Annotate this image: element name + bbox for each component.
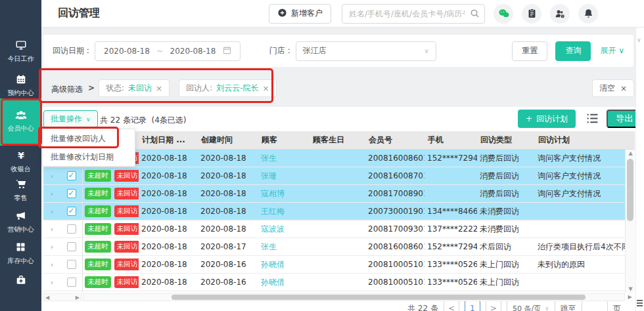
- clear-filters-button[interactable]: 清空 ×: [592, 79, 634, 97]
- sidebar-item-member-center[interactable]: 会员中心: [0, 98, 41, 146]
- phone-cell: 134****8466: [425, 207, 477, 216]
- reset-button[interactable]: 重置: [512, 41, 547, 61]
- expand-row-icon[interactable]: ›: [43, 225, 60, 234]
- filter-card: 回访日期 : 2020-08-18 ~ 2020-08-18 门店 : 张江店 …: [43, 35, 633, 67]
- sidebar-item-today-work[interactable]: 今日工作: [0, 39, 41, 64]
- status-badge-ok: 未超时: [85, 276, 111, 288]
- expand-row-icon[interactable]: ›: [43, 260, 60, 269]
- sidebar-item-clinic[interactable]: [0, 274, 41, 287]
- store-select[interactable]: 张江店 ∨: [296, 41, 436, 61]
- date-range-input[interactable]: 2020-08-18 ~ 2020-08-18: [95, 41, 241, 61]
- yen-icon: ¥: [0, 150, 41, 163]
- close-icon: ×: [620, 84, 627, 93]
- svg-text:¥: ¥: [17, 150, 24, 161]
- customer-name-link[interactable]: 孙晓倩: [258, 277, 310, 288]
- customer-name-link[interactable]: 孙晓倩: [258, 259, 310, 270]
- expand-row-icon[interactable]: ›: [43, 207, 60, 216]
- row-checkbox[interactable]: [67, 189, 76, 198]
- search-input[interactable]: [342, 4, 485, 24]
- monitor-icon: [0, 39, 41, 52]
- column-header[interactable]: 会员号: [365, 135, 425, 146]
- wechat-icon[interactable]: [494, 4, 513, 24]
- vertical-scroll-thumb[interactable]: [627, 159, 633, 221]
- jump-page-input[interactable]: [582, 301, 608, 311]
- search-icon[interactable]: [470, 9, 480, 20]
- fixed-columns-scrollbar[interactable]: ◀▶: [43, 293, 81, 301]
- right-collapse-strip[interactable]: ∨: [635, 28, 644, 311]
- expand-row-icon[interactable]: ›: [43, 243, 60, 251]
- current-page-button[interactable]: 1: [465, 301, 480, 311]
- table-horizontal-scrollbar[interactable]: [83, 293, 625, 301]
- create-date-cell: 2020-08-18: [198, 189, 258, 198]
- customer-name-link[interactable]: 寇相博: [258, 188, 310, 199]
- phone-value: 152****7294: [427, 154, 477, 163]
- column-header[interactable]: 顾客: [258, 135, 310, 146]
- row-checkbox[interactable]: [67, 171, 76, 180]
- table-row[interactable]: ›未超时未回访2020-08-182020-08-16孙晓倩2008100051…: [43, 274, 635, 291]
- close-icon[interactable]: ×: [156, 84, 162, 93]
- row-checkbox[interactable]: [67, 278, 76, 287]
- menu-item-edit-visitor[interactable]: 批量修改回访人: [43, 129, 135, 148]
- table-row[interactable]: ›未超时未回访2020-08-182020-08-18王红梅2007300019…: [43, 203, 635, 220]
- column-header[interactable]: 顾客生日: [310, 135, 365, 146]
- query-button[interactable]: 查询: [555, 41, 591, 61]
- table-row[interactable]: ›未超时未回访2020-08-182020-08-18张珊20081600870…: [43, 167, 635, 185]
- customer-schedule-icon[interactable]: [550, 4, 570, 24]
- visit-type-cell: 术后回访: [477, 241, 535, 253]
- sidebar-item-retail[interactable]: 零售: [0, 178, 41, 203]
- scroll-up-icon[interactable]: ▲: [626, 150, 635, 156]
- page-size-select[interactable]: 50 条/页∨: [507, 301, 555, 311]
- expand-row-icon[interactable]: ›: [43, 190, 60, 198]
- close-icon[interactable]: ×: [263, 84, 269, 93]
- expand-row-icon[interactable]: ›: [43, 172, 60, 180]
- column-header[interactable]: 回访计划: [535, 135, 625, 146]
- scroll-down-icon[interactable]: ▼: [626, 286, 635, 292]
- customer-name-link[interactable]: 寇波波: [258, 224, 310, 235]
- batch-actions-button[interactable]: 批量操作∨: [43, 110, 98, 128]
- add-customer-button[interactable]: 新增客户: [269, 4, 331, 24]
- table-row[interactable]: ›未超时未回访2020-08-182020-08-18寇相博2008170089…: [43, 185, 635, 203]
- add-visit-plan-button[interactable]: + 回访计划: [518, 110, 576, 128]
- chevron-down-icon[interactable]: ∨: [637, 37, 641, 43]
- status-badges: 未超时未回访: [82, 276, 139, 288]
- jump-label: 跳至: [561, 303, 576, 311]
- create-date-cell: 2020-08-17: [198, 242, 258, 251]
- table-row[interactable]: ›未超时未回访2020-08-182020-08-16孙晓倩2008100051…: [43, 256, 635, 274]
- column-header[interactable]: 创建时间: [198, 135, 258, 146]
- total-count: 共 22 条: [407, 303, 438, 311]
- list-view-icon[interactable]: [586, 113, 599, 126]
- expand-link[interactable]: 展开 ∨: [600, 45, 624, 56]
- table-vertical-scrollbar[interactable]: ▲ ▼: [625, 150, 635, 293]
- row-checkbox[interactable]: [67, 207, 76, 216]
- sidebar-item-inventory-center[interactable]: 库存中心: [0, 241, 41, 266]
- table-row[interactable]: ›未超时未回访2020-08-182020-08-18寇波波2008170093…: [43, 220, 635, 238]
- sidebar-item-appointment-center[interactable]: 预约中心: [0, 73, 41, 98]
- customer-name-link[interactable]: 张生: [258, 241, 310, 253]
- row-checkbox[interactable]: [67, 242, 76, 251]
- scroll-right-corner-icon[interactable]: ▶: [625, 293, 635, 301]
- advanced-filter-arrow[interactable]: >: [88, 83, 95, 93]
- sidebar-item-marketing-center[interactable]: 营销中心: [0, 210, 41, 234]
- customer-name-link[interactable]: 王红梅: [258, 206, 310, 217]
- next-page-button[interactable]: >: [486, 301, 501, 311]
- column-header[interactable]: 回访类型: [477, 135, 535, 146]
- column-header[interactable]: 计划日期 ...: [139, 135, 198, 146]
- notification-bell-icon[interactable]: [578, 4, 598, 24]
- row-checkbox[interactable]: [67, 260, 76, 269]
- horizontal-scroll-thumb[interactable]: [172, 295, 586, 300]
- call-task-icon[interactable]: [522, 4, 541, 24]
- row-checkbox[interactable]: [67, 224, 76, 234]
- customer-name-link[interactable]: 张生: [258, 153, 310, 164]
- visit-type-cell: 未上门回访: [477, 259, 535, 270]
- tag-text: 状态:: [106, 83, 124, 94]
- column-header[interactable]: 手机: [425, 135, 477, 146]
- menu-item-edit-plan-date[interactable]: 批量修改计划日期: [43, 148, 135, 166]
- bottom-right-menu-icon[interactable]: [636, 299, 643, 308]
- prev-page-button[interactable]: <: [444, 301, 459, 311]
- member-no-cell: 200816008601: [365, 154, 425, 163]
- customer-name-link[interactable]: 张珊: [258, 171, 310, 182]
- sidebar-item-cashier[interactable]: ¥收银台: [0, 150, 41, 174]
- batch-actions-menu: 批量修改回访人批量修改计划日期: [42, 129, 135, 167]
- expand-row-icon[interactable]: ›: [43, 278, 60, 287]
- table-row[interactable]: ›未超时未回访2020-08-182020-08-17张生20081600860…: [43, 238, 635, 256]
